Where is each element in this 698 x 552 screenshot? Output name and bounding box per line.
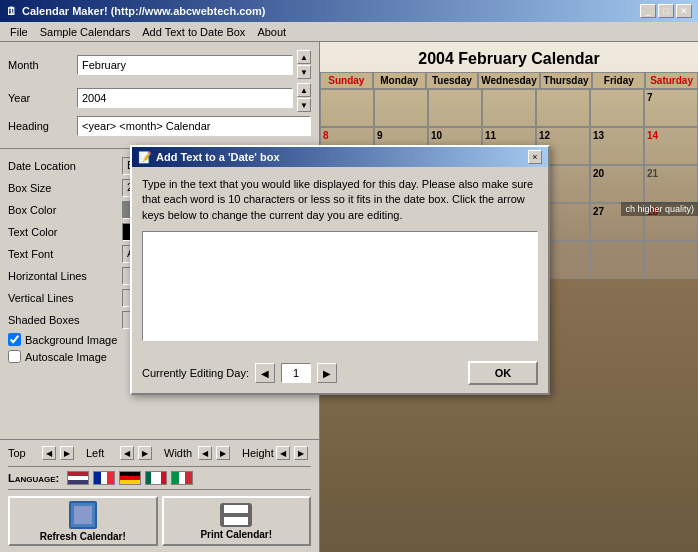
editing-day-row: Currently Editing Day: ◀ 1 ▶ [142, 363, 337, 383]
modal-description: Type in the text that you would like dis… [142, 177, 538, 223]
modal-footer: Currently Editing Day: ◀ 1 ▶ OK [132, 353, 548, 393]
modal-overlay: 📝 Add Text to a 'Date' box × Type in the… [0, 0, 698, 552]
modal-dialog: 📝 Add Text to a 'Date' box × Type in the… [130, 145, 550, 395]
modal-icon: 📝 [138, 151, 152, 164]
day-prev-button[interactable]: ◀ [255, 363, 275, 383]
modal-title-bar: 📝 Add Text to a 'Date' box × [132, 147, 548, 167]
modal-close-button[interactable]: × [528, 150, 542, 164]
editing-day-label: Currently Editing Day: [142, 367, 249, 379]
modal-title-text: Add Text to a 'Date' box [156, 151, 280, 163]
day-value: 1 [281, 363, 311, 383]
modal-body: Type in the text that you would like dis… [132, 167, 548, 353]
day-next-button[interactable]: ▶ [317, 363, 337, 383]
ok-button[interactable]: OK [468, 361, 538, 385]
modal-textarea[interactable] [142, 231, 538, 341]
